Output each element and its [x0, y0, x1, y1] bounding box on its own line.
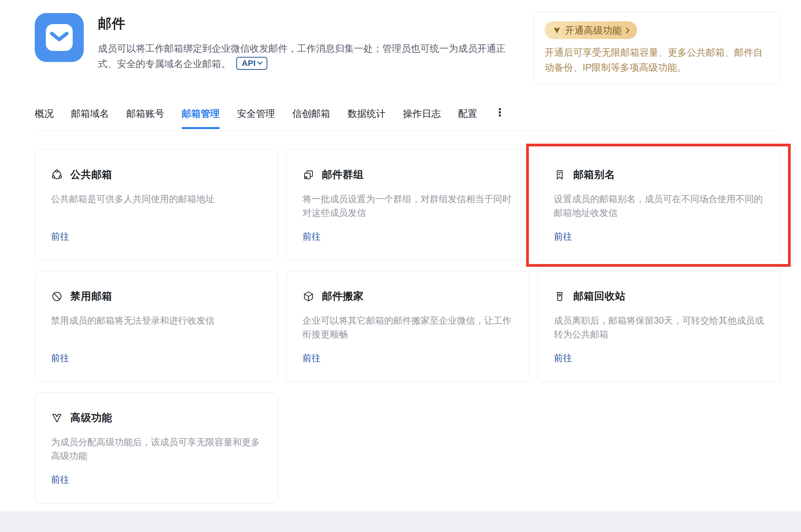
premium-description: 开通后可享受无限邮箱容量、更多公共邮箱、邮件自动备份、IP限制等多项高级功能。 — [545, 45, 770, 75]
card-title: 公共邮箱 — [70, 168, 112, 182]
bookmark-icon — [554, 169, 566, 181]
card-mailbox-recycle-bin: 邮箱回收站 成员离职后，邮箱将保留30天，可转交给其他成员或转为公共邮箱 前往 — [538, 271, 780, 382]
card-title: 邮箱回收站 — [573, 289, 626, 303]
card-mail-migration: 邮件搬家 企业可以将其它邮箱的邮件搬家至企业微信，让工作衔接更顺畅 前往 — [286, 271, 529, 382]
card-mailbox-alias: 邮箱别名 设置成员的邮箱别名，成员可在不同场合使用不同的邮箱地址收发信 前往 — [538, 149, 780, 260]
card-head: 邮件搬家 — [303, 289, 513, 303]
premium-upgrade-badge[interactable]: 开通高级功能 — [545, 21, 637, 39]
go-link[interactable]: 前往 — [554, 230, 572, 243]
recycle-bin-icon — [554, 290, 566, 302]
mail-envelope-icon — [40, 19, 78, 56]
go-link[interactable]: 前往 — [51, 352, 69, 364]
premium-v-icon — [51, 412, 63, 424]
tab-data-statistics[interactable]: 数据统计 — [348, 107, 385, 129]
card-head: 公共邮箱 — [51, 168, 261, 182]
card-head: 高级功能 — [51, 411, 261, 425]
tab-security-management[interactable]: 安全管理 — [237, 107, 275, 129]
premium-banner: 开通高级功能 开通后可享受无限邮箱容量、更多公共邮箱、邮件自动备份、IP限制等多… — [534, 12, 781, 84]
chevron-down-icon — [257, 61, 263, 65]
tab-xinchuang-mail[interactable]: 信创邮箱 — [292, 107, 330, 129]
tab-bar: 概况 邮箱域名 邮箱账号 邮箱管理 安全管理 信创邮箱 数据统计 操作日志 配置… — [35, 107, 505, 129]
tabs-divider — [35, 131, 780, 131]
card-description: 禁用成员的邮箱将无法登录和进行收发信 — [51, 314, 261, 328]
feature-card-grid: 公共邮箱 公共邮箱是可供多人共同使用的邮箱地址 前往 邮件群组 将一批成员设置为… — [35, 149, 780, 504]
tab-mailbox-management[interactable]: 邮箱管理 — [182, 107, 220, 129]
card-title: 高级功能 — [70, 411, 112, 425]
card-head: 邮箱回收站 — [554, 289, 764, 303]
tab-mail-domain[interactable]: 邮箱域名 — [71, 107, 109, 129]
card-title: 邮件搬家 — [322, 289, 364, 303]
go-link[interactable]: 前往 — [51, 474, 69, 486]
card-description: 成员离职后，邮箱将保留30天，可转交给其他成员或转为公共邮箱 — [554, 314, 764, 341]
page-title: 邮件 — [98, 15, 512, 33]
go-link[interactable]: 前往 — [554, 352, 572, 364]
tab-overview[interactable]: 概况 — [35, 107, 54, 129]
package-icon — [303, 290, 314, 302]
premium-v-icon — [553, 26, 561, 35]
card-mail-group: 邮件群组 将一批成员设置为一个群组，对群组发信相当于同时对这些成员发信 前往 — [286, 149, 529, 260]
card-disabled-mailbox: 禁用邮箱 禁用成员的邮箱将无法登录和进行收发信 前往 — [35, 271, 278, 382]
tab-operation-log[interactable]: 操作日志 — [403, 107, 441, 129]
header-text: 邮件 成员可以将工作邮箱绑定到企业微信收发邮件，工作消息归集一处；管理员也可统一… — [98, 13, 512, 71]
card-title: 邮件群组 — [322, 168, 364, 182]
go-link[interactable]: 前往 — [303, 352, 321, 364]
mail-admin-page: 邮件 成员可以将工作邮箱绑定到企业微信收发邮件，工作消息归集一处；管理员也可统一… — [0, 0, 801, 532]
page-header: 邮件 成员可以将工作邮箱绑定到企业微信收发邮件，工作消息归集一处；管理员也可统一… — [35, 13, 512, 71]
card-head: 邮件群组 — [303, 168, 513, 182]
card-public-mailbox: 公共邮箱 公共邮箱是可供多人共同使用的邮箱地址 前往 — [35, 149, 278, 260]
card-title: 禁用邮箱 — [70, 289, 112, 303]
api-button[interactable]: API — [236, 57, 267, 70]
api-button-label: API — [242, 58, 256, 67]
go-link[interactable]: 前往 — [303, 230, 321, 243]
card-title: 邮箱别名 — [573, 168, 615, 182]
card-head: 邮箱别名 — [554, 168, 764, 182]
card-description: 将一批成员设置为一个群组，对群组发信相当于同时对这些成员发信 — [303, 192, 513, 220]
chevron-right-icon — [625, 27, 630, 34]
mail-app-icon — [35, 13, 84, 62]
card-description: 企业可以将其它邮箱的邮件搬家至企业微信，让工作衔接更顺畅 — [303, 314, 513, 341]
more-tabs-icon[interactable]: ⋮ — [495, 107, 505, 127]
prohibit-icon — [51, 290, 63, 302]
go-link[interactable]: 前往 — [51, 230, 69, 243]
card-head: 禁用邮箱 — [51, 289, 261, 303]
tab-mail-account[interactable]: 邮箱账号 — [126, 107, 164, 129]
tab-settings[interactable]: 配置 — [458, 107, 477, 129]
footer-strip — [0, 511, 801, 532]
card-description: 为成员分配高级功能后，该成员可享无限容量和更多高级功能 — [51, 435, 261, 463]
card-description: 公共邮箱是可供多人共同使用的邮箱地址 — [51, 192, 261, 206]
mail-group-icon — [303, 169, 314, 181]
page-description-text: 成员可以将工作邮箱绑定到企业微信收发邮件，工作消息归集一处；管理员也可统一为成员… — [98, 43, 506, 69]
share-network-icon — [51, 169, 63, 181]
page-description: 成员可以将工作邮箱绑定到企业微信收发邮件，工作消息归集一处；管理员也可统一为成员… — [98, 41, 512, 71]
premium-badge-label: 开通高级功能 — [565, 24, 622, 37]
card-advanced-features: 高级功能 为成员分配高级功能后，该成员可享无限容量和更多高级功能 前往 — [35, 392, 278, 504]
card-description: 设置成员的邮箱别名，成员可在不同场合使用不同的邮箱地址收发信 — [554, 192, 764, 220]
